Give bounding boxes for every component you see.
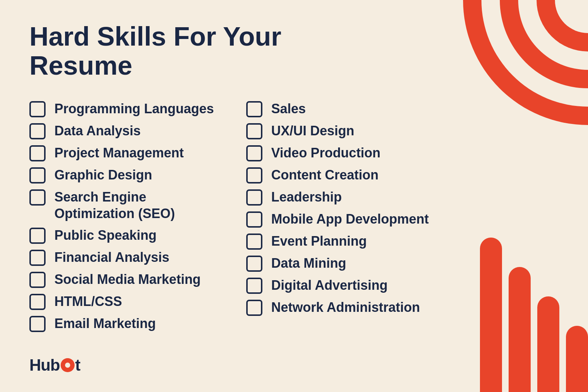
checkbox-icon[interactable]	[246, 256, 262, 272]
left-skill-item: Graphic Design	[29, 167, 217, 183]
right-skill-item: Content Creation	[246, 167, 434, 183]
right-skill-item: Event Planning	[246, 233, 434, 250]
main-container: Hard Skills For Your Resume Programming …	[0, 0, 588, 392]
checkbox-icon[interactable]	[246, 123, 262, 139]
skill-label: Search Engine Optimization (SEO)	[54, 189, 217, 222]
skill-label: Financial Analysis	[54, 249, 169, 266]
page-title: Hard Skills For Your Resume	[29, 22, 305, 80]
checkbox-icon[interactable]	[246, 145, 262, 161]
checkbox-icon[interactable]	[29, 316, 46, 332]
bar-2	[509, 267, 531, 392]
hubspot-text-after: t	[75, 356, 80, 374]
hubspot-sprocket-icon	[61, 358, 75, 372]
checkbox-icon[interactable]	[29, 250, 46, 266]
hubspot-text-before: Hub	[29, 356, 60, 374]
left-column: Programming Languages Data Analysis Proj…	[29, 100, 217, 332]
left-skill-item: Financial Analysis	[29, 249, 217, 266]
checkbox-icon[interactable]	[29, 294, 46, 310]
left-skill-item: Public Speaking	[29, 227, 217, 244]
right-column: Sales UX/UI Design Video Production Cont…	[246, 100, 434, 332]
skill-label: Sales	[271, 100, 306, 117]
skill-label: Social Media Marketing	[54, 271, 201, 288]
right-skill-item: Leadership	[246, 189, 434, 206]
checkbox-icon[interactable]	[29, 145, 46, 161]
skill-label: Network Administration	[271, 299, 420, 316]
left-skill-item: HTML/CSS	[29, 293, 217, 310]
right-skill-item: Digital Advertising	[246, 277, 434, 294]
left-skill-item: Search Engine Optimization (SEO)	[29, 189, 217, 222]
decorative-bars	[434, 227, 588, 392]
skill-label: Digital Advertising	[271, 277, 388, 293]
checkbox-icon[interactable]	[246, 101, 262, 117]
checkbox-icon[interactable]	[29, 101, 46, 117]
right-skill-item: Video Production	[246, 145, 434, 161]
right-skill-item: Network Administration	[246, 299, 434, 316]
skill-label: HTML/CSS	[54, 293, 122, 310]
skill-label: Email Marketing	[54, 315, 156, 332]
skill-label: UX/UI Design	[271, 122, 354, 139]
checkbox-icon[interactable]	[246, 278, 262, 294]
hubspot-logo: Hub t	[29, 356, 80, 374]
skill-label: Public Speaking	[54, 227, 157, 243]
checkbox-icon[interactable]	[29, 123, 46, 139]
skill-label: Graphic Design	[54, 167, 152, 183]
checkbox-icon[interactable]	[246, 189, 262, 206]
skill-label: Event Planning	[271, 233, 367, 249]
skill-label: Project Management	[54, 145, 184, 161]
left-skill-item: Programming Languages	[29, 100, 217, 117]
left-skill-item: Project Management	[29, 145, 217, 161]
skill-label: Content Creation	[271, 167, 379, 183]
left-skill-item: Social Media Marketing	[29, 271, 217, 288]
skill-label: Leadership	[271, 189, 342, 205]
skill-label: Data Mining	[271, 255, 346, 271]
right-skill-item: Mobile App Development	[246, 211, 434, 228]
right-skill-item: Data Mining	[246, 255, 434, 272]
skill-label: Mobile App Development	[271, 211, 429, 227]
bar-4	[566, 326, 588, 392]
checkbox-icon[interactable]	[29, 167, 46, 183]
checkbox-icon[interactable]	[246, 211, 262, 228]
checkbox-icon[interactable]	[246, 300, 262, 316]
decorative-arcs	[419, 0, 588, 191]
skill-label: Programming Languages	[54, 100, 214, 117]
skills-columns: Programming Languages Data Analysis Proj…	[29, 100, 434, 332]
checkbox-icon[interactable]	[29, 228, 46, 244]
skill-label: Data Analysis	[54, 122, 141, 139]
left-skill-item: Email Marketing	[29, 315, 217, 332]
checkbox-icon[interactable]	[29, 189, 46, 206]
left-skill-item: Data Analysis	[29, 122, 217, 139]
checkbox-icon[interactable]	[29, 272, 46, 288]
right-skill-item: Sales	[246, 100, 434, 117]
checkbox-icon[interactable]	[246, 234, 262, 250]
checkbox-icon[interactable]	[246, 167, 262, 183]
bar-1	[480, 238, 502, 392]
skill-label: Video Production	[271, 145, 380, 161]
bar-3	[537, 296, 559, 392]
right-skill-item: UX/UI Design	[246, 122, 434, 139]
